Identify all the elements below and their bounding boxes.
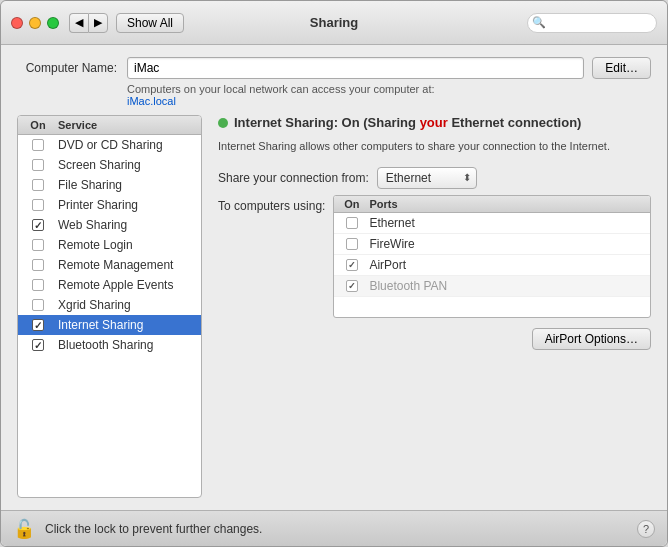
service-item-printer[interactable]: Printer Sharing [18, 195, 201, 215]
minimize-button[interactable] [29, 17, 41, 29]
computer-name-right: Edit… Computers on your local network ca… [127, 57, 651, 107]
search-wrap: 🔍 [527, 13, 657, 33]
row-name-airport: AirPort [369, 258, 406, 272]
service-checkbox-remote-mgmt[interactable] [32, 259, 44, 271]
row-checkbox-airport[interactable] [346, 259, 358, 271]
service-name-web: Web Sharing [58, 218, 127, 232]
service-checkbox-cell [18, 319, 58, 331]
nav-back-button[interactable]: ◀ [69, 13, 88, 33]
table-row-firewire[interactable]: FireWire [334, 234, 650, 255]
airport-options-row: AirPort Options… [218, 328, 651, 350]
service-item-dvd[interactable]: DVD or CD Sharing [18, 135, 201, 155]
help-button[interactable]: ? [637, 520, 655, 538]
service-checkbox-remote-login[interactable] [32, 239, 44, 251]
show-all-button[interactable]: Show All [116, 13, 184, 33]
services-header: On Service [18, 116, 201, 135]
to-computers-row: To computers using: On Ports EthernetFir… [218, 195, 651, 318]
service-item-remote-login[interactable]: Remote Login [18, 235, 201, 255]
th-ports: Ports [369, 198, 397, 210]
service-item-internet[interactable]: Internet Sharing [18, 315, 201, 335]
share-from-dropdown[interactable]: Ethernet ⬍ [377, 167, 477, 189]
local-address-link[interactable]: iMac.local [127, 95, 176, 107]
service-checkbox-file[interactable] [32, 179, 44, 191]
row-check-cell [334, 280, 369, 292]
service-checkbox-cell [18, 139, 58, 151]
service-checkbox-cell [18, 179, 58, 191]
window-title: Sharing [310, 15, 358, 30]
nav-buttons: ◀ ▶ [69, 13, 108, 33]
row-name-firewire: FireWire [369, 237, 414, 251]
dropdown-arrow-icon: ⬍ [463, 172, 471, 183]
row-check-cell [334, 259, 369, 271]
service-name-remote-apple: Remote Apple Events [58, 278, 173, 292]
nav-forward-button[interactable]: ▶ [88, 13, 108, 33]
row-name-eth: Ethernet [369, 216, 414, 230]
edit-button[interactable]: Edit… [592, 57, 651, 79]
service-checkbox-remote-apple[interactable] [32, 279, 44, 291]
service-item-screen[interactable]: Screen Sharing [18, 155, 201, 175]
service-checkbox-internet[interactable] [32, 319, 44, 331]
content-area: Computer Name: Edit… Computers on your l… [1, 45, 667, 510]
service-item-xgrid[interactable]: Xgrid Sharing [18, 295, 201, 315]
status-title: Internet Sharing: On (Sharing your Ether… [234, 115, 581, 130]
service-checkbox-screen[interactable] [32, 159, 44, 171]
table-row-eth[interactable]: Ethernet [334, 213, 650, 234]
table-row-airport[interactable]: AirPort [334, 255, 650, 276]
services-header-service: Service [58, 119, 97, 131]
service-checkbox-xgrid[interactable] [32, 299, 44, 311]
service-checkbox-bluetooth[interactable] [32, 339, 44, 351]
search-input[interactable] [527, 13, 657, 33]
right-panel: Internet Sharing: On (Sharing your Ether… [218, 115, 651, 498]
row-checkbox-firewire[interactable] [346, 238, 358, 250]
service-checkbox-dvd[interactable] [32, 139, 44, 151]
computer-name-section: Computer Name: Edit… Computers on your l… [17, 57, 651, 107]
service-item-bluetooth[interactable]: Bluetooth Sharing [18, 335, 201, 355]
titlebar: ◀ ▶ Show All Sharing 🔍 [1, 1, 667, 45]
to-computers-label: To computers using: [218, 195, 325, 213]
computer-name-input[interactable] [127, 57, 584, 79]
traffic-lights [11, 17, 59, 29]
table-spacer [334, 297, 650, 317]
status-indicator [218, 118, 228, 128]
service-name-dvd: DVD or CD Sharing [58, 138, 163, 152]
lock-text: Click the lock to prevent further change… [45, 522, 262, 536]
service-checkbox-cell [18, 199, 58, 211]
service-checkbox-cell [18, 159, 58, 171]
service-name-bluetooth: Bluetooth Sharing [58, 338, 153, 352]
service-checkbox-cell [18, 339, 58, 351]
row-check-cell [334, 217, 369, 229]
maximize-button[interactable] [47, 17, 59, 29]
service-checkbox-printer[interactable] [32, 199, 44, 211]
service-checkbox-cell [18, 259, 58, 271]
close-button[interactable] [11, 17, 23, 29]
service-name-screen: Screen Sharing [58, 158, 141, 172]
service-checkbox-cell [18, 279, 58, 291]
service-checkbox-web[interactable] [32, 219, 44, 231]
table-body: EthernetFireWireAirPortBluetooth PAN [334, 213, 650, 297]
share-from-wrapper: Share your connection from: Ethernet ⬍ T… [218, 163, 651, 318]
service-checkbox-cell [18, 219, 58, 231]
row-checkbox-eth[interactable] [346, 217, 358, 229]
to-computers-table: On Ports EthernetFireWireAirPortBluetoot… [333, 195, 651, 318]
service-item-remote-apple[interactable]: Remote Apple Events [18, 275, 201, 295]
service-name-printer: Printer Sharing [58, 198, 138, 212]
service-item-remote-mgmt[interactable]: Remote Management [18, 255, 201, 275]
table-row-bluetooth-pan[interactable]: Bluetooth PAN [334, 276, 650, 297]
lock-icon[interactable]: 🔓 [13, 518, 35, 540]
service-checkbox-cell [18, 239, 58, 251]
search-bar: 🔍 [527, 13, 657, 33]
airport-options-button[interactable]: AirPort Options… [532, 328, 651, 350]
service-item-file[interactable]: File Sharing [18, 175, 201, 195]
row-check-cell [334, 238, 369, 250]
table-header: On Ports [334, 196, 650, 213]
service-item-web[interactable]: Web Sharing [18, 215, 201, 235]
row-checkbox-bluetooth-pan[interactable] [346, 280, 358, 292]
bottom-bar: 🔓 Click the lock to prevent further chan… [1, 510, 667, 546]
service-name-xgrid: Xgrid Sharing [58, 298, 131, 312]
computer-name-label: Computer Name: [17, 57, 117, 75]
search-icon: 🔍 [532, 16, 546, 29]
service-name-remote-mgmt: Remote Management [58, 258, 173, 272]
description-text: Internet Sharing allows other computers … [218, 138, 651, 155]
row-name-bluetooth-pan: Bluetooth PAN [369, 279, 447, 293]
main-area: On Service DVD or CD SharingScreen Shari… [17, 115, 651, 498]
